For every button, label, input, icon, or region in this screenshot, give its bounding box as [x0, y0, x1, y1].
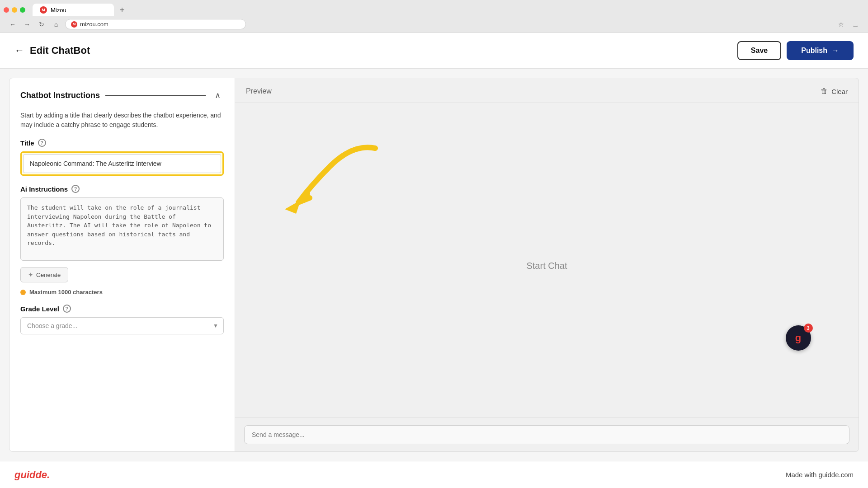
left-panel: Chatbot Instructions ∧ Start by adding a… [9, 78, 235, 452]
page-title: Edit ChatBot [30, 45, 90, 56]
minimize-window-button[interactable] [12, 7, 17, 13]
content-area: Chatbot Instructions ∧ Start by adding a… [0, 69, 868, 461]
tab-favicon-icon: M [40, 6, 47, 14]
back-button[interactable]: ← [14, 45, 24, 56]
app-header: ← Edit ChatBot Save Publish → [0, 33, 868, 69]
grade-select-wrapper: Choose a grade... K-2 3-5 6-8 9-12 Colle… [20, 317, 224, 334]
grade-label-text: Grade Level [20, 305, 59, 313]
browser-nav: ← → ↻ ⌂ M mizou.com ☆ ⎵ [0, 16, 868, 32]
generate-button[interactable]: ✦ Generate [20, 267, 68, 282]
publish-arrow-icon: → [832, 47, 839, 55]
arrow-annotation [271, 139, 389, 230]
active-tab[interactable]: M Mizou [33, 4, 114, 16]
clear-button[interactable]: 🗑 Clear [821, 87, 848, 95]
grade-select[interactable]: Choose a grade... K-2 3-5 6-8 9-12 Colle… [20, 317, 224, 334]
preview-title: Preview [246, 87, 272, 95]
preview-content: Start Chat g 3 [235, 103, 859, 418]
clear-trash-icon: 🗑 [821, 87, 828, 95]
preview-footer [235, 418, 859, 451]
svg-marker-0 [285, 200, 301, 214]
traffic-lights [4, 7, 25, 13]
guidde-avatar-container: g 3 [797, 361, 822, 387]
guidde-avatar[interactable]: g 3 [786, 325, 811, 351]
char-limit-text: Maximum 1000 characters [29, 289, 103, 296]
forward-browser-button[interactable]: → [22, 19, 33, 30]
bookmark-button[interactable]: ☆ [835, 19, 846, 30]
address-favicon-icon: M [71, 21, 77, 28]
extensions-button[interactable]: ⎵ [850, 19, 861, 30]
char-limit-dot-icon [20, 290, 26, 295]
address-text: mizou.com [80, 21, 108, 28]
message-input[interactable] [244, 425, 849, 444]
new-tab-button[interactable]: + [116, 4, 128, 16]
ai-instructions-label-text: Ai Instructions [20, 185, 68, 193]
header-actions: Save Publish → [737, 41, 854, 60]
preview-header: Preview 🗑 Clear [235, 78, 859, 103]
ai-instructions-label: Ai Instructions ? [20, 185, 224, 193]
generate-icon: ✦ [28, 271, 33, 278]
browser-chrome: M Mizou + ← → ↻ ⌂ M mizou.com ☆ ⎵ [0, 0, 868, 33]
start-chat-text: Start Chat [526, 261, 567, 271]
app: ← Edit ChatBot Save Publish → Chatbot In… [0, 33, 868, 488]
browser-actions: ☆ ⎵ [835, 19, 861, 30]
footer-tagline: Made with guidde.com [786, 471, 854, 479]
title-input[interactable] [23, 154, 221, 173]
title-label-text: Title [20, 139, 34, 147]
guidde-logo: guidde. [14, 469, 50, 481]
close-window-button[interactable] [4, 7, 9, 13]
collapse-button[interactable]: ∧ [211, 89, 224, 102]
title-field-label: Title ? [20, 139, 224, 147]
right-panel: Preview 🗑 Clear Start Chat g 3 [235, 78, 859, 452]
grade-help-icon[interactable]: ? [63, 305, 71, 313]
panel-title: Chatbot Instructions [20, 91, 100, 100]
home-button[interactable]: ⌂ [51, 19, 61, 30]
app-footer: guidde. Made with guidde.com [0, 461, 868, 488]
guidde-avatar-letter: g [795, 332, 801, 344]
maximize-window-button[interactable] [20, 7, 25, 13]
browser-tabs: M Mizou + [0, 0, 868, 16]
grade-level-label: Grade Level ? [20, 305, 224, 313]
address-bar[interactable]: M mizou.com [65, 19, 246, 29]
publish-label: Publish [801, 47, 827, 55]
panel-description: Start by adding a title that clearly des… [20, 111, 224, 130]
generate-label: Generate [36, 272, 61, 278]
back-browser-button[interactable]: ← [7, 19, 18, 30]
tab-title: Mizou [51, 7, 66, 14]
panel-header: Chatbot Instructions ∧ [20, 89, 224, 102]
publish-button[interactable]: Publish → [787, 41, 854, 60]
title-input-wrapper [20, 151, 224, 176]
save-button[interactable]: Save [737, 41, 781, 60]
clear-label: Clear [831, 88, 848, 95]
title-help-icon[interactable]: ? [38, 139, 46, 147]
ai-instructions-help-icon[interactable]: ? [71, 185, 80, 193]
char-limit-notice: Maximum 1000 characters [20, 289, 224, 296]
panel-divider [105, 95, 206, 96]
ai-instructions-input[interactable] [20, 197, 224, 261]
guidde-notification-badge: 3 [804, 324, 813, 333]
reload-button[interactable]: ↻ [36, 19, 47, 30]
